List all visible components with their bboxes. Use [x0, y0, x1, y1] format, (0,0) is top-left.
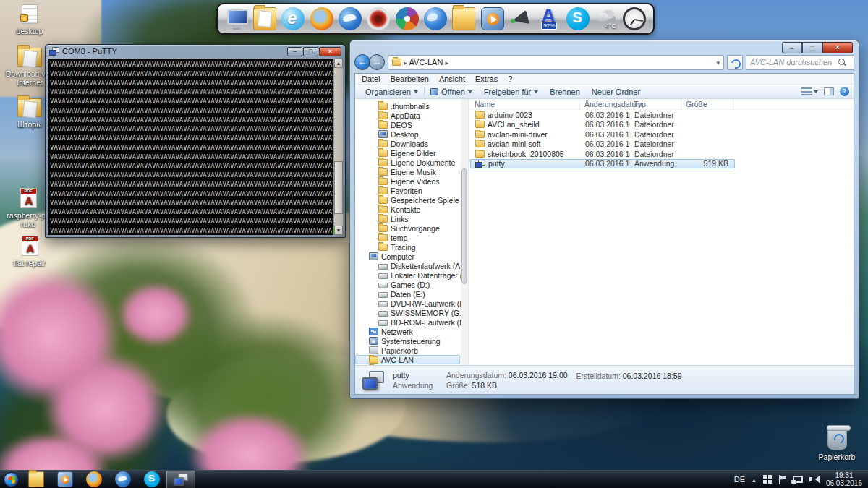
- taskbar-button-firefox[interactable]: [80, 471, 109, 488]
- scroll-up-icon[interactable]: [334, 59, 343, 68]
- nav-item-eigene-bilder[interactable]: Eigene Bilder: [355, 148, 460, 158]
- file-row-putty[interactable]: putty06.03.2016 19:00Anwendung519 KB: [470, 159, 735, 169]
- search-input[interactable]: [746, 58, 838, 67]
- change-view-button[interactable]: [801, 87, 818, 95]
- skype-dock-button[interactable]: [565, 5, 591, 33]
- burn-button[interactable]: Brennen: [544, 87, 586, 96]
- nav-item-swissmemory-g[interactable]: SWISSMEMORY (G:): [355, 308, 460, 317]
- show-hidden-icons-button[interactable]: [752, 475, 757, 484]
- explorer-maximize-button[interactable]: [802, 42, 822, 53]
- open-button[interactable]: Öffnen: [425, 87, 478, 96]
- nav-item-avc-lan[interactable]: AVC-LAN: [355, 355, 460, 364]
- preview-pane-button[interactable]: [824, 87, 834, 95]
- back-button[interactable]: [354, 54, 370, 70]
- nav-item-desktop[interactable]: Desktop: [355, 129, 460, 139]
- file-row-avclan-sheild[interactable]: AVCLan_sheild06.03.2016 16:52Dateiordner: [470, 120, 735, 130]
- nav-item-dvd-rw-laufwerk-f[interactable]: DVD-RW-Laufwerk (F:): [355, 299, 460, 308]
- media-player-dock-button[interactable]: [480, 5, 506, 33]
- file-row-avclan-mini-soft[interactable]: avclan-mini-soft06.03.2016 19:11Dateiord…: [470, 140, 735, 150]
- documents-folder-dock-button[interactable]: [252, 5, 278, 33]
- nav-item-gespeicherte-spiele[interactable]: Gespeicherte Spiele: [355, 195, 460, 205]
- nav-item-appdata[interactable]: AppData: [355, 111, 460, 120]
- nav-item-diskettenlaufwerk-a[interactable]: Diskettenlaufwerk (A:): [355, 261, 460, 270]
- explorer-folder-dock-button[interactable]: [451, 5, 477, 33]
- thunderbird-dock-button[interactable]: [337, 5, 363, 33]
- nav-item-downloads[interactable]: Downloads: [355, 139, 460, 148]
- file-row-sketchbook-20100805[interactable]: sketchbook_2010080506.03.2016 16:52Datei…: [470, 149, 735, 159]
- taskbar-button-explorer-folder[interactable]: [22, 471, 51, 488]
- scroll-down-icon[interactable]: [334, 226, 343, 235]
- navigation-scrollbar[interactable]: [461, 99, 468, 365]
- cd-burner-dock-button[interactable]: [365, 5, 391, 33]
- desktop-icon-fiat-repair[interactable]: fiat repair: [1, 236, 58, 267]
- clock-dock-button[interactable]: [621, 5, 647, 33]
- action-center-icon[interactable]: [778, 475, 786, 484]
- nav-item-lokaler-datentr-ger-c[interactable]: Lokaler Datenträger (C:): [355, 270, 460, 280]
- putty-close-button[interactable]: [319, 47, 341, 56]
- column-header-typ[interactable]: Typ: [629, 99, 681, 109]
- refresh-button[interactable]: [727, 55, 743, 70]
- new-folder-button[interactable]: Neuer Ordner: [586, 87, 646, 96]
- network-icon[interactable]: [793, 476, 803, 483]
- nav-item-links[interactable]: Links: [355, 214, 460, 223]
- breadcrumb-item[interactable]: AVC-LAN: [409, 58, 443, 67]
- putty-scrollbar[interactable]: [333, 59, 343, 235]
- help-button[interactable]: [840, 87, 849, 96]
- nav-item-netzwerk[interactable]: Netzwerk: [355, 327, 460, 336]
- picasa-dock-button[interactable]: [394, 5, 420, 33]
- column-header-nderungsdatum[interactable]: Änderungsdatum: [580, 99, 629, 109]
- taskbar-button-media-player[interactable]: [51, 471, 80, 488]
- file-row-arduino-0023[interactable]: arduino-002306.03.2016 18:01Dateiordner: [470, 110, 735, 120]
- start-button[interactable]: [0, 471, 22, 488]
- nav-item-kontakte[interactable]: Kontakte: [355, 205, 460, 214]
- my-computer-dock-button[interactable]: [224, 5, 250, 33]
- weather-dock-button[interactable]: 4°C: [593, 5, 619, 33]
- audio-dock-button[interactable]: [508, 5, 534, 33]
- battery-meter-dock-button[interactable]: 52%: [536, 5, 562, 33]
- nav-item-deos[interactable]: DEOS: [355, 120, 460, 129]
- organize-button[interactable]: Organisieren: [359, 87, 424, 96]
- volume-icon[interactable]: [809, 475, 820, 484]
- google-earth-dock-button[interactable]: [422, 5, 448, 33]
- nav-item-games-d[interactable]: Games (D:): [355, 280, 460, 289]
- column-header-gr-e[interactable]: Größe: [681, 99, 733, 109]
- menu-ansicht[interactable]: Ansicht: [434, 74, 470, 83]
- share-button[interactable]: Freigeben für: [478, 87, 544, 96]
- scrollbar-thumb[interactable]: [334, 161, 343, 214]
- menu-datei[interactable]: Datei: [357, 74, 386, 83]
- explorer-close-button[interactable]: [822, 42, 853, 53]
- address-bar[interactable]: AVC-LAN: [388, 55, 724, 70]
- nav-item-eigene-dokumente[interactable]: Eigene Dokumente: [355, 158, 460, 167]
- nav-item-favoriten[interactable]: Favoriten: [355, 186, 460, 195]
- putty-maximize-button[interactable]: [303, 47, 318, 56]
- nav-item-thumbnails[interactable]: .thumbnails: [355, 101, 460, 111]
- taskbar-button-skype[interactable]: [137, 471, 166, 488]
- nav-item-systemsteuerung[interactable]: Systemsteuerung: [355, 336, 460, 346]
- address-dropdown-icon[interactable]: [716, 58, 720, 67]
- internet-explorer-dock-button[interactable]: [280, 5, 306, 33]
- forward-button[interactable]: [369, 54, 385, 70]
- nav-item-tracing[interactable]: Tracing: [355, 242, 460, 252]
- file-row-avclan-mini-driver[interactable]: avclan-mini-driver06.03.2016 18:53Dateio…: [470, 129, 735, 140]
- language-indicator[interactable]: DE: [734, 475, 745, 484]
- nav-item-papierkorb[interactable]: Papierkorb: [355, 346, 460, 355]
- nav-item-download-von-internet[interactable]: Download von Internet: [355, 364, 460, 365]
- putty-minimize-button[interactable]: [287, 47, 302, 56]
- nav-item-suchvorg-nge[interactable]: Suchvorgänge: [355, 223, 460, 233]
- explorer-minimize-button[interactable]: [782, 42, 802, 53]
- firefox-dock-button[interactable]: [309, 5, 335, 33]
- nav-item-eigene-videos[interactable]: Eigene Videos: [355, 176, 460, 186]
- nav-item-bd-rom-laufwerk-i[interactable]: BD-ROM-Laufwerk (I:): [355, 317, 460, 327]
- nav-item-computer[interactable]: Computer: [355, 252, 460, 261]
- menu-item[interactable]: ?: [503, 74, 517, 83]
- nav-item-temp[interactable]: temp: [355, 233, 460, 242]
- menu-extras[interactable]: Extras: [470, 74, 503, 83]
- windows-tray-icon[interactable]: [763, 475, 772, 484]
- terminal-output[interactable]: VAVAVAVAVAVAVAVAVAVAVAVAVAVAVAVAVAVAVAVA…: [48, 59, 333, 235]
- column-header-name[interactable]: Name: [470, 99, 580, 109]
- nav-item-eigene-musik[interactable]: Eigene Musik: [355, 167, 460, 176]
- taskbar-button-thunderbird[interactable]: [109, 471, 137, 488]
- desktop-icon-desktop[interactable]: desktop: [1, 4, 58, 35]
- menu-bearbeiten[interactable]: Bearbeiten: [386, 74, 434, 83]
- nav-item-daten-e[interactable]: Daten (E:): [355, 289, 460, 299]
